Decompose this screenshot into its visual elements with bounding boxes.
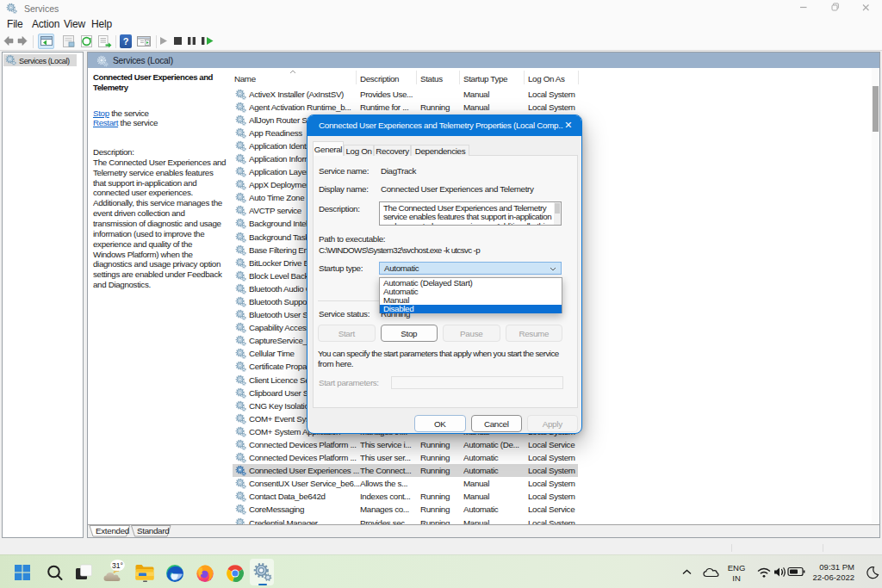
svg-text:31°: 31° xyxy=(112,561,123,570)
